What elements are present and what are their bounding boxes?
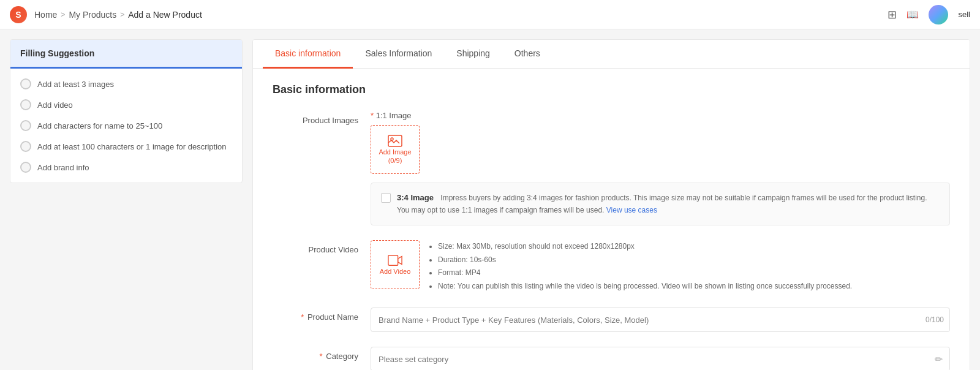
product-video-label: Product Video — [273, 240, 371, 254]
view-use-cases-link[interactable]: View use cases — [606, 206, 657, 214]
suggestion-item-desc: Add at least 100 characters or 1 image f… — [20, 141, 232, 152]
suggestion-item-name: Add characters for name to 25~100 — [20, 120, 232, 131]
seller-name[interactable]: sell — [958, 10, 970, 19]
add-image-label: Add Image — [379, 148, 411, 156]
main-layout: Filling Suggestion Add at least 3 images… — [0, 29, 980, 370]
suggestion-label-video: Add video — [37, 100, 73, 110]
breadcrumb: Home > My Products > Add a New Product — [34, 10, 202, 20]
filling-suggestion-list: Add at least 3 images Add video Add char… — [10, 69, 242, 183]
category-wrapper: ✏ — [371, 347, 950, 370]
ratio-34-checkbox[interactable] — [381, 193, 391, 203]
product-video-row: Product Video Add Video — [273, 240, 950, 293]
suggestion-label-images: Add at least 3 images — [37, 80, 114, 89]
section-title: Basic information — [273, 83, 950, 96]
category-input[interactable] — [371, 347, 950, 370]
add-video-button[interactable]: Add Video — [371, 240, 420, 289]
product-images-label: Product Images — [273, 111, 371, 125]
suggestion-label-name: Add characters for name to 25~100 — [37, 121, 162, 130]
video-spec-1: Size: Max 30Mb, resolution should not ex… — [438, 240, 852, 254]
header: S Home > My Products > Add a New Product… — [0, 0, 980, 29]
content-area: Basic information Sales Information Ship… — [252, 39, 970, 370]
product-name-wrapper: 0/100 — [371, 308, 950, 332]
add-image-count: (0/9) — [388, 157, 402, 164]
product-images-field: * 1:1 Image Add Image (0/9) — [371, 111, 950, 225]
product-video-field: Add Video Size: Max 30Mb, resolution sho… — [371, 240, 950, 293]
required-star: * — [371, 111, 374, 120]
product-name-field: 0/100 — [371, 308, 950, 332]
suggestion-label-desc: Add at least 100 characters or 1 image f… — [37, 142, 227, 151]
suggestion-circle-video — [20, 99, 31, 110]
video-spec-2: Duration: 10s-60s — [438, 254, 852, 267]
add-image-button[interactable]: Add Image (0/9) — [371, 125, 420, 174]
form-content: Basic information Product Images * 1:1 I… — [253, 69, 970, 370]
breadcrumb-sep1: > — [61, 10, 65, 19]
suggestion-circle-name — [20, 120, 31, 131]
book-icon[interactable]: 📖 — [907, 9, 919, 20]
header-right: ⊞ 📖 sell — [888, 5, 970, 25]
product-name-row: * Product Name 0/100 — [273, 308, 950, 332]
char-count: 0/100 — [925, 315, 944, 324]
product-name-label: * Product Name — [273, 308, 371, 322]
image-ratio-label: * 1:1 Image — [371, 111, 950, 120]
svg-rect-2 — [388, 255, 398, 266]
breadcrumb-sep2: > — [120, 10, 124, 19]
video-spec-4: Note: You can publish this listing while… — [438, 280, 852, 293]
image-upload-icon — [388, 135, 402, 147]
video-upload-row: Add Video Size: Max 30Mb, resolution sho… — [371, 240, 950, 293]
breadcrumb-current: Add a New Product — [128, 10, 202, 20]
ratio-34-description: Impress buyers by adding 3:4 images for … — [397, 194, 927, 214]
suggestion-item-video: Add video — [20, 99, 232, 110]
tab-sales-information[interactable]: Sales Information — [353, 40, 444, 69]
breadcrumb-home[interactable]: Home — [34, 10, 57, 20]
video-upload-icon — [388, 254, 402, 266]
suggestion-circle-brand — [20, 162, 31, 173]
category-label: * Category — [273, 347, 371, 361]
breadcrumb-my-products[interactable]: My Products — [69, 10, 116, 20]
avatar[interactable] — [929, 5, 948, 25]
suggestion-circle-images — [20, 78, 31, 89]
tab-shipping[interactable]: Shipping — [444, 40, 502, 69]
logo: S — [10, 6, 27, 23]
ratio-34-section: 3:4 Image Impress buyers by adding 3:4 i… — [371, 183, 950, 225]
add-video-label: Add Video — [380, 268, 411, 275]
suggestion-item-brand: Add brand info — [20, 162, 232, 173]
tab-others[interactable]: Others — [502, 40, 552, 69]
product-images-row: Product Images * 1:1 Image Add Image — [273, 111, 950, 225]
filling-suggestion-card: Filling Suggestion Add at least 3 images… — [10, 39, 243, 183]
sidebar: Filling Suggestion Add at least 3 images… — [10, 39, 243, 370]
edit-icon[interactable]: ✏ — [935, 353, 943, 365]
video-spec-3: Format: MP4 — [438, 266, 852, 280]
video-info: Size: Max 30Mb, resolution should not ex… — [429, 240, 852, 293]
tab-basic-information[interactable]: Basic information — [263, 40, 353, 69]
suggestion-circle-desc — [20, 141, 31, 152]
product-name-input[interactable] — [371, 308, 950, 332]
category-field: ✏ — [371, 347, 950, 370]
category-row: * Category ✏ — [273, 347, 950, 370]
suggestion-label-brand: Add brand info — [37, 163, 89, 172]
filling-suggestion-header: Filling Suggestion — [10, 40, 242, 69]
ratio-34-label: 3:4 Image — [397, 193, 434, 202]
grid-icon[interactable]: ⊞ — [888, 8, 897, 21]
tabs: Basic information Sales Information Ship… — [253, 40, 970, 69]
suggestion-item-images: Add at least 3 images — [20, 78, 232, 89]
